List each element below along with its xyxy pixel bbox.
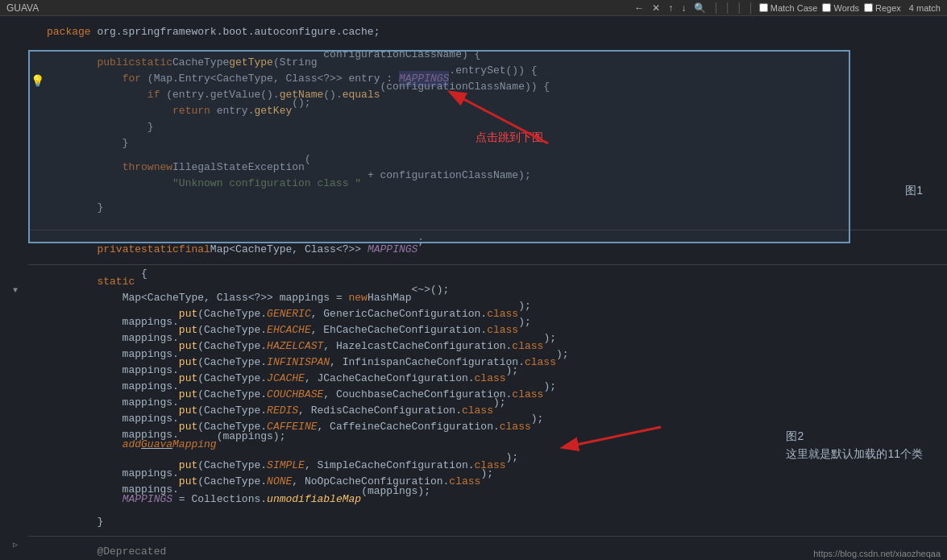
fold-arrow-static[interactable]: ▼: [13, 286, 18, 295]
package-line: package org.springframework.boot.autocon…: [40, 24, 380, 40]
separator-2: |: [725, 2, 731, 15]
annotation-click-label: 点击跳到下图: [476, 131, 543, 145]
arrow-down-button[interactable]: ↓: [679, 2, 687, 14]
words-checkbox[interactable]: [822, 3, 831, 12]
match-count: 4 match: [909, 3, 941, 13]
bulb-icon: 💡: [31, 74, 44, 88]
fold-arrow-deprecated[interactable]: ▷: [13, 540, 18, 550]
divider-3: [28, 536, 947, 537]
match-case-group: Match Case: [759, 3, 818, 13]
code-line-deprecated: @Deprecated: [40, 544, 166, 560]
regex-group: Regex: [864, 3, 901, 13]
code-line-close1: }: [40, 200, 103, 216]
tu2-line2: 这里就是默认加载的11个类: [786, 445, 923, 463]
divider-2: [28, 264, 947, 265]
code-editor[interactable]: package org.springframework.boot.autocon…: [0, 16, 947, 560]
annotation-tu2-label: 图2 这里就是默认加载的11个类: [786, 427, 923, 463]
match-case-label: Match Case: [770, 3, 818, 13]
regex-label: Regex: [875, 3, 901, 13]
close-button[interactable]: ✕: [650, 2, 662, 14]
code-line-private: private static final Map<CacheType, Clas…: [40, 242, 430, 258]
search-button[interactable]: 🔍: [692, 2, 708, 14]
separator-4: |: [747, 2, 754, 15]
regex-checkbox[interactable]: [864, 3, 873, 12]
match-case-checkbox[interactable]: [759, 3, 768, 12]
code-line-6: }: [40, 135, 128, 151]
arrow-up-button[interactable]: ↑: [667, 2, 675, 14]
code-line-close-static: }: [40, 514, 103, 530]
words-label: Words: [833, 3, 859, 13]
app-title: GUAVA: [6, 2, 39, 14]
divider-1: [28, 230, 947, 230]
toolbar: GUAVA ← ✕ ↑ ↓ 🔍 | | | | Match Case Words…: [0, 0, 947, 16]
annotation-tu1-label: 图1: [905, 184, 923, 198]
separator-1: |: [712, 2, 719, 15]
nav-back-button[interactable]: ←: [633, 2, 646, 14]
tu2-line1: 图2: [786, 427, 923, 445]
toolbar-actions: ← ✕ ↑ ↓ 🔍 | | | | Match Case Words Regex…: [633, 2, 941, 15]
separator-3: |: [736, 2, 742, 15]
url-bar: https://blog.csdn.net/xiaozheqaa: [807, 547, 947, 560]
code-line-unknown: "Unknown configuration class " + configu…: [40, 176, 531, 192]
words-group: Words: [822, 3, 859, 13]
